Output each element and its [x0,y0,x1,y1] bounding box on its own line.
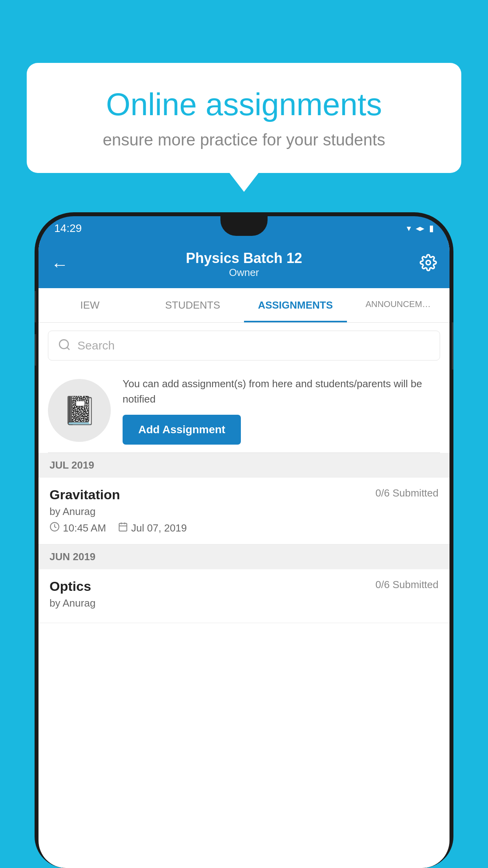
assignment-by-gravitation: by Anurag [50,506,438,518]
calendar-icon [118,522,128,535]
notch [220,216,268,236]
svg-line-2 [67,348,70,350]
search-bar[interactable]: Search [48,331,440,360]
section-header-jun: JUN 2019 [39,544,449,569]
header-subtitle: Owner [68,267,420,279]
status-bar: 14:29 ▾ ◂▸ ▮ [39,216,449,241]
assignment-item-gravitation[interactable]: Gravitation 0/6 Submitted by Anurag 10:4… [39,478,449,544]
volume-down-button [35,334,36,366]
phone-frame: 14:29 ▾ ◂▸ ▮ ← Physics Batch 12 Owner [35,212,453,868]
promo-description: You can add assignment(s) from here and … [123,376,440,407]
phone-screen: ← Physics Batch 12 Owner IEW STUDENTS AS… [39,241,449,868]
clock-icon [50,522,60,535]
header-title: Physics Batch 12 [68,250,420,267]
assignment-meta-gravitation: 10:45 AM Jul 07, 2019 [50,522,438,535]
assignment-time: 10:45 AM [63,522,106,534]
submitted-badge-optics: 0/6 Submitted [376,579,438,591]
tab-announcements[interactable]: ANNOUNCEM… [347,288,450,322]
wifi-icon: ▾ [407,223,411,234]
svg-point-0 [426,260,431,265]
status-time: 14:29 [54,222,82,235]
promo-card: 📓 You can add assignment(s) from here an… [48,368,440,453]
section-header-jul: JUL 2019 [39,453,449,478]
svg-point-1 [59,340,68,349]
phone-inner: 14:29 ▾ ◂▸ ▮ ← Physics Batch 12 Owner [39,216,449,868]
bubble-subtitle: ensure more practice for your students [58,131,430,149]
tab-iew[interactable]: IEW [39,288,141,322]
assignment-date-item: Jul 07, 2019 [118,522,187,535]
settings-button[interactable] [420,254,437,275]
status-icons: ▾ ◂▸ ▮ [407,223,434,234]
promo-icon-circle: 📓 [48,379,111,442]
assignment-notebook-icon: 📓 [62,394,97,427]
tab-assignments[interactable]: ASSIGNMENTS [244,288,347,322]
assignment-top: Gravitation 0/6 Submitted [50,487,438,502]
tab-students[interactable]: STUDENTS [141,288,244,322]
back-button[interactable]: ← [51,255,68,274]
assignment-date: Jul 07, 2019 [131,522,187,534]
volume-up-button [35,291,36,322]
add-assignment-button[interactable]: Add Assignment [123,415,241,445]
battery-icon: ▮ [429,223,434,234]
speech-bubble: Online assignments ensure more practice … [27,63,461,173]
assignment-time-item: 10:45 AM [50,522,106,535]
tab-bar: IEW STUDENTS ASSIGNMENTS ANNOUNCEM… [39,288,449,323]
search-placeholder: Search [77,339,115,352]
svg-rect-4 [119,523,127,531]
signal-icon: ◂▸ [416,223,424,234]
assignment-item-optics[interactable]: Optics 0/6 Submitted by Anurag [39,569,449,623]
promo-text-area: You can add assignment(s) from here and … [123,376,440,445]
assignment-top-optics: Optics 0/6 Submitted [50,579,438,594]
assignment-by-optics: by Anurag [50,597,438,609]
speech-bubble-area: Online assignments ensure more practice … [27,63,461,173]
assignment-name-gravitation: Gravitation [50,487,120,502]
app-header: ← Physics Batch 12 Owner [39,241,449,288]
header-title-area: Physics Batch 12 Owner [68,250,420,279]
search-icon [58,338,71,353]
assignment-name-optics: Optics [50,579,91,594]
submitted-badge-gravitation: 0/6 Submitted [376,487,438,499]
bubble-title: Online assignments [58,86,430,123]
power-button [452,322,453,370]
